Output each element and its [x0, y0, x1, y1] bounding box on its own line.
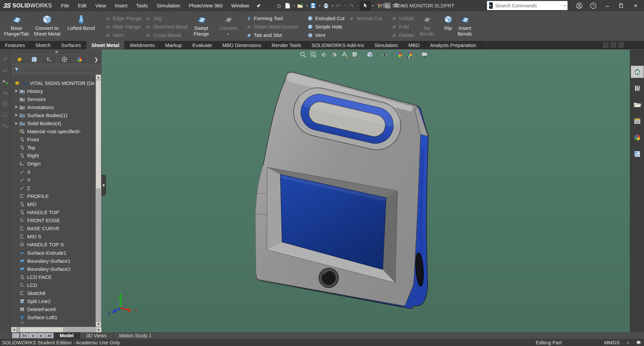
- previous-view-icon[interactable]: [320, 51, 327, 58]
- tree-item-surface-extrude1[interactable]: Surface-Extrude1: [14, 249, 94, 257]
- dropdown-icon[interactable]: ▾: [431, 53, 432, 56]
- tab-3d-views[interactable]: 3D Views: [80, 332, 113, 339]
- expander-icon[interactable]: [14, 122, 19, 125]
- tree-item-boundary-surface2[interactable]: Boundary-Surface2: [14, 265, 94, 273]
- tab-solidworks-addins[interactable]: SOLIDWORKS Add-Ins: [307, 41, 370, 49]
- new-dropdown-icon[interactable]: ▾: [292, 4, 296, 7]
- dynamic-annotation-views-icon[interactable]: [341, 51, 348, 58]
- custom-properties-icon[interactable]: [631, 148, 644, 160]
- annotation-tool-icon-active[interactable]: A: [2, 78, 9, 85]
- annotation-tool-icon[interactable]: A: [2, 89, 9, 96]
- tree-item-axis-y[interactable]: Y: [14, 176, 94, 184]
- tree-horizontal-scrollbar[interactable]: [11, 327, 102, 333]
- open-button[interactable]: [297, 1, 305, 10]
- search-commands-box[interactable]: >_ ▾: [487, 1, 568, 10]
- sheet-metal-gusset-button[interactable]: Sheet Metal Gusset: [245, 22, 301, 31]
- convert-to-sheet-metal-button[interactable]: Convert to Sheet Metal: [30, 13, 64, 37]
- view-palette-icon[interactable]: [631, 115, 644, 127]
- menu-tools[interactable]: Tools: [132, 0, 152, 11]
- first-tab-button[interactable]: ◀: [20, 333, 29, 338]
- print-button[interactable]: [322, 1, 330, 10]
- dropdown-icon[interactable]: ▾: [391, 53, 392, 56]
- zoom-to-fit-icon[interactable]: [299, 51, 307, 58]
- annotation-tool-icon[interactable]: [2, 122, 9, 130]
- menu-edit[interactable]: Edit: [73, 0, 91, 11]
- panel-splitter-grip[interactable]: [102, 175, 106, 196]
- tree-item-mid[interactable]: MID: [14, 200, 94, 208]
- miter-flange-button[interactable]: Miter Flange: [104, 22, 144, 31]
- units-dropdown-icon[interactable]: ▲: [627, 339, 630, 346]
- tab-sketch[interactable]: Sketch: [30, 41, 56, 49]
- print-dropdown-icon[interactable]: ▾: [331, 4, 334, 7]
- dropdown-icon[interactable]: ▾: [376, 53, 378, 56]
- edit-appearance-icon[interactable]: [395, 51, 403, 58]
- featuremanager-design-tree-tab[interactable]: [12, 54, 27, 64]
- tab-simulation[interactable]: Simulation: [370, 41, 404, 49]
- tree-vertical-scrollbar[interactable]: [96, 75, 101, 327]
- cross-break-button[interactable]: Cross-Break: [144, 31, 191, 39]
- previous-tab-button[interactable]: ◀: [29, 333, 37, 338]
- hem-button[interactable]: Hem: [104, 31, 144, 39]
- save-button[interactable]: [309, 1, 317, 10]
- tree-item-sensors[interactable]: Sensors: [14, 95, 94, 103]
- sketch-visibility-icon[interactable]: [351, 51, 359, 58]
- view-orientation-icon[interactable]: [366, 51, 373, 58]
- mini-icon[interactable]: [603, 42, 608, 48]
- apply-scene-icon[interactable]: [406, 51, 413, 58]
- home-tab-icon[interactable]: [631, 66, 644, 78]
- configuration-manager-tab[interactable]: [42, 54, 57, 64]
- tab-weldments[interactable]: Weldments: [125, 41, 160, 49]
- annotation-tool-icon[interactable]: A: [2, 111, 9, 118]
- mini-icon[interactable]: [611, 42, 616, 48]
- tab-sheet-metal[interactable]: Sheet Metal: [86, 41, 124, 49]
- units-selector[interactable]: MMGS: [604, 339, 620, 346]
- redo-button[interactable]: [347, 1, 356, 10]
- scrollbar-thumb[interactable]: [20, 327, 63, 333]
- menu-photoview360[interactable]: PhotoView 360: [184, 0, 227, 11]
- display-style-icon[interactable]: [381, 51, 388, 58]
- tree-item-mid-s[interactable]: MID S: [14, 233, 94, 241]
- scroll-left-button[interactable]: [11, 327, 17, 333]
- menu-file[interactable]: File: [57, 0, 73, 11]
- menu-simulation[interactable]: Simulation: [152, 0, 184, 11]
- vent-button[interactable]: Vent: [306, 31, 348, 39]
- scroll-down-button[interactable]: [96, 322, 101, 327]
- swept-flange-button[interactable]: Swept Flange: [191, 13, 212, 37]
- tab-analysis-preparation[interactable]: Analysis Preparation: [425, 41, 482, 49]
- design-library-icon[interactable]: [631, 82, 644, 94]
- mini-icon[interactable]: [619, 42, 624, 48]
- last-tab-button[interactable]: ▶: [45, 333, 54, 338]
- new-document-button[interactable]: [284, 1, 292, 10]
- file-explorer-icon[interactable]: [631, 99, 644, 111]
- tab-features[interactable]: Features: [0, 41, 30, 49]
- tab-strip-overflow-icon[interactable]: ❯: [94, 54, 102, 64]
- tab-markup[interactable]: Markup: [160, 41, 187, 49]
- expander-icon[interactable]: [14, 114, 19, 116]
- appearances-scenes-icon[interactable]: [631, 132, 644, 144]
- edge-flange-button[interactable]: Edge Flange: [104, 14, 144, 22]
- tree-item-front-edge[interactable]: FRONT EDGE: [14, 216, 94, 225]
- expander-icon[interactable]: [14, 106, 19, 108]
- normal-cut-button[interactable]: Normal Cut: [347, 14, 385, 22]
- search-dropdown-icon[interactable]: ▾: [564, 4, 566, 7]
- undo-button[interactable]: [335, 1, 343, 10]
- search-icon[interactable]: [560, 3, 561, 8]
- insert-bends-button[interactable]: Insert Bends: [455, 13, 475, 37]
- fold-button[interactable]: Fold: [390, 22, 418, 31]
- tree-item-axis-z[interactable]: Z: [14, 184, 94, 192]
- tree-item-front-plane[interactable]: Front: [14, 136, 94, 144]
- menu-view[interactable]: View: [91, 0, 110, 11]
- tree-item-handle-top[interactable]: HANDLE TOP: [14, 208, 94, 216]
- scrollbar-thumb[interactable]: [96, 80, 101, 189]
- tree-item-annotations[interactable]: AAnnotations: [14, 103, 94, 111]
- undo-dropdown-icon[interactable]: ▾: [343, 4, 347, 7]
- home-button[interactable]: ⌂: [275, 1, 283, 10]
- tab-mbd[interactable]: MBD: [404, 41, 425, 49]
- no-bends-button[interactable]: No Bends: [418, 13, 436, 37]
- expander-icon[interactable]: [14, 90, 19, 92]
- save-dropdown-icon[interactable]: ▾: [318, 4, 321, 7]
- simple-hole-button[interactable]: Simple Hole: [306, 22, 348, 31]
- menu-window[interactable]: Window: [227, 0, 254, 11]
- panel-height-grip[interactable]: [11, 50, 102, 54]
- base-flange-button[interactable]: Base Flange/Tab: [3, 13, 30, 37]
